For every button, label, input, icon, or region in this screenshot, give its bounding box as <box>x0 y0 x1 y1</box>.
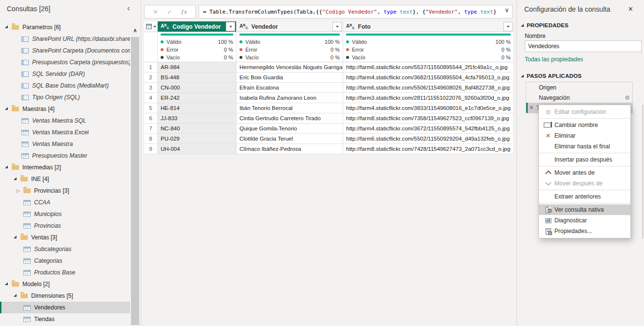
cell-codigo[interactable]: CN-000 <box>158 83 237 93</box>
cell-foto[interactable]: http://farm4.staticflickr.com/3672/11550… <box>343 124 514 134</box>
chevron-expanded-icon[interactable] <box>14 235 20 239</box>
tree-item-productos-base[interactable]: Productos Base <box>0 267 130 278</box>
tree-item-ventas-maestra-sql[interactable]: Ventas Maestra SQL <box>0 115 130 127</box>
row-number[interactable]: 1 <box>144 62 158 72</box>
row-number[interactable]: 8 <box>144 134 158 144</box>
cell-vendedor[interactable]: Isabela Rufina Zamorano Leon <box>237 93 343 103</box>
filter-dropdown-button[interactable] <box>503 22 513 31</box>
tree-item-presupuestos-carpeta[interactable]: Presupuestos Carpeta (presupuestos) <box>0 56 130 68</box>
row-number[interactable]: 5 <box>144 103 158 113</box>
menu-item-propiedades[interactable]: Propiedades... <box>539 226 630 236</box>
cell-foto[interactable]: http://farm3.staticflickr.com/2811/11551… <box>343 93 514 103</box>
tree-item-ccaa[interactable]: CCAA <box>0 197 130 208</box>
menu-item-eliminar[interactable]: ✕Eliminar <box>539 130 630 141</box>
cell-codigo[interactable]: HE-814 <box>158 103 237 113</box>
filter-dropdown-button[interactable] <box>332 22 342 31</box>
menu-item-insertar-paso-despues[interactable]: Insertar paso después <box>539 154 630 165</box>
all-properties-link[interactable]: Todas las propiedades <box>525 56 583 63</box>
quality-foto[interactable]: Válido100 % Error0 % Vacío0 % <box>343 32 514 62</box>
tree-item-presupuestos-master[interactable]: Presupuestos Master <box>0 150 130 162</box>
tree-item-sql-base-datos[interactable]: SQL Base Datos (MediaMart) <box>0 80 130 91</box>
row-number[interactable]: 6 <box>144 113 158 124</box>
tree-item-provincias[interactable]: Provincias <box>0 220 130 232</box>
tree-item-municipios[interactable]: Municipios <box>0 208 130 220</box>
cell-vendedor[interactable]: Quique Gomila-Tenorio <box>237 124 343 134</box>
chevron-expanded-icon[interactable] <box>5 165 12 169</box>
formula-commit-icon[interactable]: ✓ <box>167 8 172 16</box>
tree-item-ventas-maestra-excel[interactable]: Ventas Maestra Excel <box>0 127 130 138</box>
cell-codigo[interactable]: AR-984 <box>158 62 237 72</box>
cell-foto[interactable]: http://farm6.staticflickr.com/5506/11549… <box>343 83 514 93</box>
scrollbar-thumb[interactable] <box>131 37 139 325</box>
cell-foto[interactable]: http://farm6.staticflickr.com/5537/11550… <box>343 62 514 72</box>
tree-item-tiendas[interactable]: Tiendas <box>0 313 130 325</box>
table-menu-icon[interactable] <box>146 24 152 29</box>
cell-vendedor[interactable]: Efraín Escalona <box>237 83 343 93</box>
scroll-up-icon[interactable]: ∧ <box>131 25 139 35</box>
column-header-foto[interactable]: ABCFoto <box>343 21 514 32</box>
tree-scrollbar[interactable]: ∧ <box>131 25 139 326</box>
tree-item-sharepoint-url[interactable]: SharePoint URL (https://dataxbi.sharep… <box>0 33 130 45</box>
tree-group-parametros[interactable]: Parametros [6] <box>0 21 130 33</box>
cell-codigo[interactable]: ER-242 <box>158 93 237 103</box>
row-number[interactable]: 3 <box>144 83 158 93</box>
menu-item-diagnosticar[interactable]: Diagnosticar <box>539 215 630 226</box>
cell-vendedor[interactable]: Clotilde Gracia Teruel <box>237 134 343 144</box>
tree-group-dimensiones[interactable]: Dimensiones [5] <box>0 290 130 302</box>
step-navegacion[interactable]: Navegación⚙ <box>526 92 632 103</box>
filter-dropdown-button[interactable] <box>226 22 235 31</box>
chevron-collapsed-icon[interactable]: ▷ <box>17 188 23 193</box>
cell-codigo[interactable]: NC-840 <box>158 124 237 134</box>
row-number[interactable]: 7 <box>144 124 158 134</box>
panel-scrollbar[interactable] <box>642 105 644 238</box>
formula-expand-icon[interactable]: ∨ <box>504 7 509 13</box>
cell-foto[interactable]: http://farm8.staticflickr.com/7428/11549… <box>343 144 514 154</box>
query-name-input[interactable] <box>525 40 642 52</box>
menu-item-mover-antes-de[interactable]: Mover antes de <box>539 167 630 178</box>
quality-vendedor[interactable]: Válido100 % Error0 % Vacío0 % <box>237 32 343 62</box>
cell-codigo[interactable]: BS-448 <box>158 72 237 83</box>
tree-group-modelo[interactable]: Modelo [2] <box>0 278 130 290</box>
cell-codigo[interactable]: JJ-833 <box>158 113 237 124</box>
tree-group-provincias[interactable]: ▷Provincias [3] <box>0 185 130 197</box>
delete-step-icon[interactable]: ✕ <box>529 105 534 111</box>
tree-item-ventas-maestra[interactable]: Ventas Maestra <box>0 138 130 150</box>
cell-vendedor[interactable]: Eric Boix Guardia <box>237 72 343 83</box>
menu-item-eliminar-hasta-el-final[interactable]: Eliminar hasta el final <box>539 141 630 152</box>
row-number[interactable]: 2 <box>144 72 158 83</box>
formula-input[interactable]: = Table.TransformColumnTypes(Tabla,{{"Co… <box>199 5 513 18</box>
collapse-panel-icon[interactable]: ‹ <box>127 4 130 12</box>
tree-item-sql-servidor[interactable]: SQL Servidor (DAR) <box>0 68 130 80</box>
cell-vendedor[interactable]: Clímaco Ibáñez-Pedrosa <box>237 144 343 154</box>
tree-item-categorias[interactable]: Categorias <box>0 255 130 267</box>
step-origen[interactable]: Origen <box>526 82 632 92</box>
chevron-expanded-icon[interactable] <box>14 294 20 298</box>
chevron-expanded-icon[interactable] <box>5 282 12 286</box>
menu-item-ver-consulta-nativa[interactable]: Ver consulta nativa <box>539 204 630 215</box>
formula-cancel-icon[interactable]: ✕ <box>153 8 158 16</box>
cell-vendedor[interactable]: Cintia Gertrudis Carretero Tirado <box>237 113 343 124</box>
table-corner-cell[interactable] <box>144 21 158 32</box>
row-number[interactable]: 4 <box>144 93 158 103</box>
menu-item-cambiar-nombre[interactable]: Cambiar nombre <box>539 120 630 130</box>
menu-item-extraer-anteriores[interactable]: Extraer anteriores <box>539 191 630 202</box>
chevron-expanded-icon[interactable] <box>14 177 20 181</box>
tree-group-intermedias[interactable]: Intermedias [2] <box>0 162 130 173</box>
cell-vendedor[interactable]: Ibán Tenorio Berrocal <box>237 103 343 113</box>
row-number[interactable]: 9 <box>144 144 158 154</box>
tree-group-maestras[interactable]: Maestras [4] <box>0 103 130 115</box>
column-header-codigo-vendedor[interactable]: ABCCodigo Vendedor <box>158 21 237 32</box>
cell-codigo[interactable]: PU-029 <box>158 134 237 144</box>
quality-codigo-vendedor[interactable]: Válido100 % Error0 % Vacío0 % <box>158 32 237 62</box>
tree-item-vendedores[interactable]: Vendedores <box>0 302 130 313</box>
properties-section-header[interactable]: PROPIEDADES <box>521 22 569 28</box>
cell-foto[interactable]: http://farm4.staticflickr.com/3682/11550… <box>343 72 514 83</box>
tree-group-ine[interactable]: INE [4] <box>0 173 130 185</box>
column-header-vendedor[interactable]: ABCVendedor <box>237 21 343 32</box>
chevron-expanded-icon[interactable] <box>5 107 12 111</box>
cell-foto[interactable]: http://farm4.staticflickr.com/3833/11549… <box>343 103 514 113</box>
fx-icon[interactable]: ƒx <box>181 8 187 16</box>
applied-steps-section-header[interactable]: PASOS APLICADOS <box>521 73 582 79</box>
tree-item-subcategorias[interactable]: Subcategorias <box>0 243 130 255</box>
cell-foto[interactable]: http://farm6.staticflickr.com/5502/11550… <box>343 134 514 144</box>
